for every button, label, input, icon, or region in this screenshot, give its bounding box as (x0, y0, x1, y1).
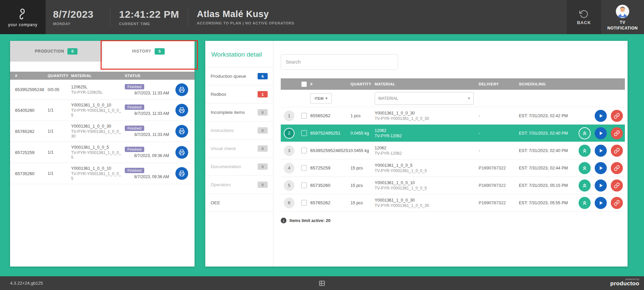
start-button[interactable] (595, 197, 607, 209)
link-icon (614, 165, 620, 171)
link-icon (614, 113, 620, 119)
row-number: 6 (284, 198, 294, 208)
order-status: Finished 8/7/2023, 11:33 AM (125, 104, 169, 116)
link-button[interactable] (611, 179, 623, 192)
queue-table-header: # QUANTITY MATERIAL DELIVERY SCHEDULING (281, 78, 625, 90)
print-button[interactable] (175, 83, 188, 96)
link-button[interactable] (611, 162, 623, 174)
start-button[interactable] (595, 127, 607, 139)
link-button[interactable] (611, 145, 623, 157)
tv-notification-button[interactable]: TV NOTIFICATION (601, 0, 644, 34)
start-button[interactable] (595, 179, 607, 192)
nav-item-label: Operators (211, 182, 231, 187)
row-checkbox[interactable] (301, 113, 307, 119)
status-time: 8/7/2023, 11:33 AM (135, 132, 169, 137)
move-to-top-button[interactable] (579, 197, 591, 209)
row-actions (579, 179, 625, 192)
production-count-badge: 0 (67, 48, 77, 55)
notification-label: NOTIFICATION (607, 25, 638, 31)
back-button[interactable]: BACK (567, 0, 601, 34)
visual-check-badge: 0 (258, 145, 268, 152)
material-filter-dropdown[interactable]: MATERIAL ▾ (375, 92, 474, 105)
link-button[interactable] (611, 197, 623, 209)
queue-row[interactable]: 5 65735260 15 pcs Y0001361_1_0_0_10 TV-P… (281, 177, 625, 194)
header-divider (110, 7, 110, 27)
item-material: 12062 TV-PYR-12062 (375, 146, 479, 156)
print-button[interactable] (175, 125, 188, 138)
row-checkbox[interactable] (301, 165, 307, 171)
link-button[interactable] (611, 127, 623, 139)
queue-row-selected[interactable]: 2 659752495251 0.0455 kg 12062 TV-PYR-12… (281, 125, 625, 142)
search-input[interactable] (281, 54, 398, 70)
chevron-down-icon: ▾ (468, 96, 470, 100)
nav-item-oee[interactable]: OEE (205, 194, 273, 212)
tv-label: TV (620, 20, 625, 25)
nav-item-label: Production queue (211, 74, 246, 79)
incomplete-items-badge: 0 (258, 109, 268, 116)
item-filter-label: ITEM (315, 96, 323, 100)
queue-row[interactable]: 6 65765262 15 pcs Y0001361_1_0_0_30 TV-P… (281, 194, 625, 212)
select-all-checkbox[interactable] (301, 81, 307, 87)
nav-item-redbox[interactable]: Redbox 1 (205, 85, 273, 103)
start-button[interactable] (595, 110, 607, 122)
print-button[interactable] (175, 104, 188, 117)
material-filter-cell: MATERIAL ▾ (375, 92, 479, 105)
company-logo[interactable]: your company (0, 0, 46, 34)
status-badge: Finished (125, 84, 144, 89)
production-queue-badge: 6 (258, 73, 268, 79)
bottom-bar: 4.3.22+24.gb125 powered by productoo (0, 276, 644, 290)
grid-view-button[interactable] (318, 279, 326, 287)
current-date: 8/7/2023 (53, 9, 101, 20)
start-button[interactable] (595, 145, 607, 157)
order-id: 65405260 (10, 108, 48, 113)
print-button[interactable] (175, 146, 188, 159)
nav-item-production-queue[interactable]: Production queue 6 (205, 67, 273, 85)
nav-item-label: OEE (211, 200, 220, 205)
tab-production[interactable]: PRODUCTION 0 (10, 41, 102, 62)
move-to-top-button[interactable] (579, 162, 591, 174)
operators-badge: 0 (258, 182, 268, 188)
queue-row[interactable]: 4 65725259 15 pcs Y0001361_1_0_0_5 TV-PY… (281, 159, 625, 177)
page-subtitle: ACCORDING TO PLAN | NO ACTIVE OPERATORS (197, 21, 294, 25)
nav-item-documentation[interactable]: Documentation 0 (205, 157, 273, 175)
move-to-top-button[interactable] (579, 127, 591, 139)
queue-row[interactable]: 1 65565262 1 pcs Y0001361_1_0_0_30 TV-PY… (281, 107, 625, 125)
row-checkbox[interactable] (301, 200, 307, 206)
column-header-material: MATERIAL (71, 74, 125, 78)
order-quantity: 0/0.05 (48, 87, 71, 92)
column-header-id: # (310, 82, 351, 86)
item-id: 65725259 (310, 165, 351, 170)
item-filter-dropdown[interactable]: ITEM ▾ (310, 93, 332, 104)
print-button[interactable] (175, 167, 188, 180)
nav-item-instructions[interactable]: Instructions 0 (205, 121, 273, 139)
row-checkbox[interactable] (301, 148, 307, 153)
status-time: 8/7/2023, 11:33 AM (135, 111, 169, 116)
items-limit-text: Items limit active: 20 (289, 218, 330, 223)
nav-item-operators[interactable]: Operators 0 (205, 175, 273, 194)
start-button[interactable] (595, 162, 607, 174)
move-to-top-button[interactable] (579, 145, 591, 157)
nav-item-incomplete-items[interactable]: Incomplete items 0 (205, 103, 273, 121)
row-number: 1 (284, 111, 294, 121)
nav-item-visual-check[interactable]: Visual check 0 (205, 139, 273, 157)
table-row: 653952595248 0/0.05 120625L TV-PYR-12062… (10, 80, 195, 100)
print-cell (169, 104, 195, 117)
grid-icon (319, 280, 325, 287)
table-row: 65405260 1/1 Y0001361_1_0_0_10 TV-PYR-Y0… (10, 100, 195, 121)
link-icon (614, 200, 620, 206)
info-icon: i (281, 218, 286, 223)
row-checkbox[interactable] (301, 183, 307, 188)
time-block: 12:41:22 PM CURRENT TIME (116, 0, 182, 34)
row-checkbox[interactable] (301, 130, 307, 136)
queue-row[interactable]: 3 6539525952485251 0.0455 kg 12062 TV-PY… (281, 142, 625, 159)
item-quantity: 1 pcs (351, 114, 375, 118)
move-to-top-button[interactable] (579, 179, 591, 192)
item-material: Y0001361_1_0_0_30 TV-PYR-Y0001361_1_0_0_… (375, 111, 479, 121)
productoo-logo[interactable]: powered by productoo (610, 278, 639, 287)
column-header-print (169, 74, 195, 78)
company-logo-icon (16, 7, 30, 21)
link-icon (614, 148, 620, 154)
current-day: MONDAY (53, 22, 101, 26)
tab-history[interactable]: HISTORY 5 (102, 41, 195, 62)
link-button[interactable] (611, 110, 623, 122)
